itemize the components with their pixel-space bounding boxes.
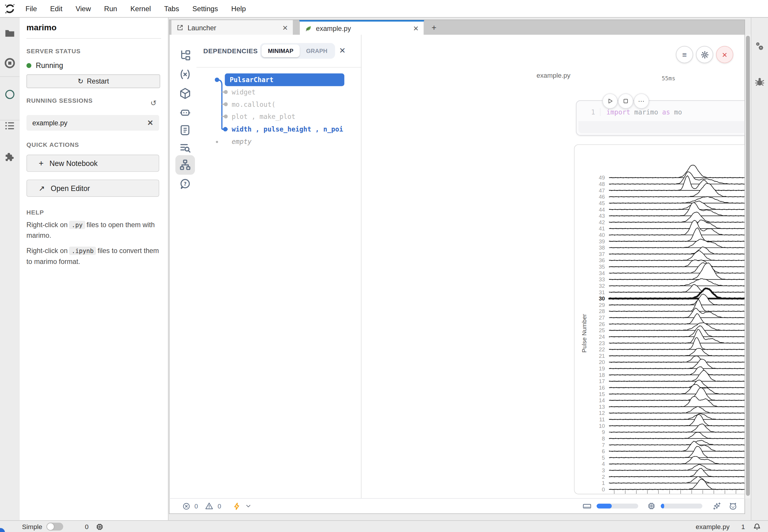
tab-example-py[interactable]: example.py ✕ xyxy=(299,20,424,35)
running-sessions-heading: RUNNING SESSIONS xyxy=(26,97,93,104)
plus-icon: + xyxy=(39,158,44,168)
y-axis-label: 19 xyxy=(599,365,605,372)
current-file-label[interactable]: example.py xyxy=(696,523,730,530)
property-inspector-gears-icon[interactable] xyxy=(754,41,765,52)
tree-node[interactable]: plot , make_plot xyxy=(232,113,295,121)
terminal-chip-icon[interactable] xyxy=(95,523,104,531)
toggle-minimap[interactable]: MINIMAP xyxy=(262,44,300,57)
y-axis-label: 27 xyxy=(599,315,605,321)
tree-node[interactable]: widget xyxy=(232,88,256,96)
packages-icon[interactable] xyxy=(179,87,191,100)
pulse-row-45 xyxy=(609,197,745,204)
scrollbar-thumb[interactable] xyxy=(746,36,750,496)
new-notebook-button[interactable]: + New Notebook xyxy=(26,155,159,172)
setup-cell[interactable]: 1 import marimo as mo setup cell ? xyxy=(576,100,745,136)
scrollbar[interactable] xyxy=(745,35,751,498)
menu-item-run[interactable]: Run xyxy=(104,5,117,13)
menu-item-edit[interactable]: Edit xyxy=(50,5,62,13)
stop-cell-button[interactable] xyxy=(618,94,634,109)
run-cell-button[interactable] xyxy=(603,94,618,109)
y-axis-label: 25 xyxy=(599,327,605,333)
close-panel-icon[interactable]: ✕ xyxy=(338,46,347,55)
errors-icon[interactable] xyxy=(182,502,190,510)
y-axis-label: 34 xyxy=(599,270,605,276)
running-sessions-icon[interactable] xyxy=(4,57,16,69)
ai-assistant-icon[interactable] xyxy=(179,106,191,119)
dependencies-panel: DEPENDENCIES MINIMAP GRAPH ✕ PulsarChart xyxy=(197,35,362,498)
help-heading: HELP xyxy=(26,209,44,216)
tree-node-root[interactable]: PulsarChart xyxy=(225,73,344,86)
divider xyxy=(26,38,161,39)
menu-item-tabs[interactable]: Tabs xyxy=(164,5,179,13)
warning-count: 0 xyxy=(218,502,221,510)
toggle-graph[interactable]: GRAPH xyxy=(300,44,334,57)
tree-node[interactable]: mo.callout( xyxy=(232,100,276,108)
refresh-sessions-icon[interactable]: ↺ xyxy=(150,99,158,107)
notebook-settings-button[interactable] xyxy=(696,46,713,63)
y-axis-label: 0 xyxy=(602,486,605,493)
menu-item-view[interactable]: View xyxy=(76,5,91,13)
marimo-cat-icon[interactable] xyxy=(728,501,738,511)
chevron-down-icon[interactable] xyxy=(245,503,252,509)
extensions-icon[interactable] xyxy=(4,151,16,163)
dependencies-icon[interactable] xyxy=(179,159,191,171)
right-activity-rail xyxy=(751,17,768,520)
runtime-bolt-icon[interactable] xyxy=(233,502,241,510)
warnings-icon[interactable] xyxy=(205,502,214,511)
tab-launcher[interactable]: Launcher ✕ xyxy=(171,20,293,35)
cell-footer: setup cell ? xyxy=(579,121,745,133)
cell-source-code[interactable]: import marimo as mo xyxy=(601,108,682,116)
tree-node-selected-vars[interactable]: width , pulse_height , n_poi xyxy=(232,125,343,133)
menu-item-settings[interactable]: Settings xyxy=(192,5,218,13)
minimap-graph-toggle: MINIMAP GRAPH xyxy=(260,43,335,59)
pulse-row-41 xyxy=(609,220,745,229)
notebook-menu-button[interactable]: ≡ xyxy=(676,46,693,63)
pulse-row-0 xyxy=(609,479,745,490)
close-session-icon[interactable]: ✕ xyxy=(147,119,153,127)
snippets-icon[interactable] xyxy=(179,142,191,154)
x-axis-label: 160 xyxy=(698,493,707,494)
menu-item-help[interactable]: Help xyxy=(231,5,246,13)
close-tab-icon[interactable]: ✕ xyxy=(282,24,288,32)
marimo-ring-icon[interactable] xyxy=(4,89,16,100)
bell-icon[interactable] xyxy=(753,523,761,531)
logs-icon[interactable] xyxy=(179,124,191,137)
open-editor-button[interactable]: ↗ Open Editor xyxy=(26,179,159,197)
file-browser-icon[interactable] xyxy=(4,27,16,39)
y-axis-label: 9 xyxy=(602,429,605,435)
pulse-row-22 xyxy=(609,338,745,350)
pulse-row-1 xyxy=(609,476,745,483)
debugger-bug-icon[interactable] xyxy=(754,76,765,87)
menu-item-file[interactable]: File xyxy=(25,5,37,13)
menu-item-kernel[interactable]: Kernel xyxy=(130,5,151,13)
file-explorer-icon[interactable] xyxy=(179,49,191,61)
cell-run-duration: 55ms xyxy=(662,75,675,82)
notebook-workspace: ? DEPENDENCIES MINIMAP GRAPH ✕ xyxy=(169,35,745,498)
notebook-status-bar: 0 0 xyxy=(169,498,745,514)
restart-button[interactable]: ↻ Restart xyxy=(26,74,160,88)
table-of-contents-icon[interactable] xyxy=(4,120,16,132)
cell-more-options-button[interactable]: ⋯ xyxy=(634,94,649,109)
close-tab-icon[interactable]: ✕ xyxy=(413,24,419,32)
server-status-value: Running xyxy=(26,61,63,69)
new-tab-button[interactable]: + xyxy=(428,23,440,34)
y-axis-label: 49 xyxy=(599,174,605,181)
quick-actions-heading: QUICK ACTIONS xyxy=(26,142,79,148)
notebook-shutdown-button[interactable]: ✕ xyxy=(716,46,733,63)
cell-code-area[interactable]: 1 import marimo as mo xyxy=(579,103,745,122)
session-list-item[interactable]: example.py ✕ xyxy=(26,115,159,131)
tree-node-empty[interactable]: empty xyxy=(232,137,252,145)
variables-icon[interactable] xyxy=(179,68,191,81)
y-axis-label: 29 xyxy=(599,302,605,308)
ai-sparkle-icon[interactable] xyxy=(712,501,722,511)
help-chat-icon[interactable]: ? xyxy=(179,178,191,190)
simple-mode-toggle[interactable] xyxy=(46,523,63,531)
marimo-logo-icon xyxy=(4,3,16,14)
y-axis-label: 33 xyxy=(599,276,605,282)
y-axis-label: 17 xyxy=(599,378,605,384)
pulse-row-5 xyxy=(609,446,745,458)
pulse-row-12 xyxy=(609,406,745,413)
y-axis-label: 12 xyxy=(599,410,605,416)
svg-text:?: ? xyxy=(184,181,187,187)
y-axis-label: 47 xyxy=(599,187,605,194)
